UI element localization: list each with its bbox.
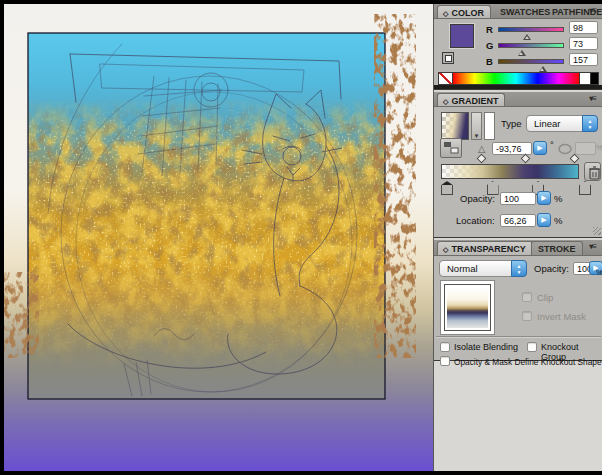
angle-field[interactable]: -93,76 bbox=[492, 142, 532, 155]
divider bbox=[436, 336, 601, 337]
gradient-midpoint[interactable] bbox=[569, 154, 579, 164]
clip-label: Clip bbox=[537, 292, 553, 303]
tab-swatches[interactable]: SWATCHES bbox=[500, 7, 550, 17]
illustrator-workspace: ◇COLOR SWATCHES PATHFINDE ▾≡ R 98 G 73 B bbox=[0, 0, 602, 475]
gradient-slider-bar[interactable] bbox=[441, 164, 579, 179]
location-stepper[interactable]: ▶ bbox=[537, 213, 551, 227]
panel-dock: ◇COLOR SWATCHES PATHFINDE ▾≡ R 98 G 73 B bbox=[433, 4, 602, 471]
degree-symbol: ° bbox=[550, 139, 554, 150]
opacity-label: Opacity: bbox=[460, 193, 495, 204]
gradient-panel: ◇GRADIENT ▾≡ ▼ Type Linear▲▼ △ -93,76 ▶ … bbox=[434, 92, 602, 237]
gradient-thumbnail[interactable] bbox=[441, 112, 469, 140]
green-value-field[interactable]: 73 bbox=[569, 37, 598, 50]
color-panel-tabbar: ◇COLOR SWATCHES PATHFINDE ▾≡ bbox=[434, 4, 602, 19]
red-slider-handle[interactable] bbox=[523, 34, 531, 40]
channel-label: G bbox=[486, 40, 493, 51]
gradient-type-dropdown[interactable]: Linear▲▼ bbox=[526, 115, 598, 132]
none-color-swatch[interactable] bbox=[439, 73, 453, 84]
transparency-panel-tabbar: ◇TRANSPARENCY STROKE ▾≡ bbox=[434, 240, 602, 256]
tab-gradient[interactable]: ◇GRADIENT bbox=[437, 93, 505, 106]
channel-label: R bbox=[486, 24, 493, 35]
spectrum-ramp[interactable] bbox=[453, 73, 579, 84]
clip-checkbox bbox=[522, 292, 532, 302]
green-slider-track[interactable] bbox=[498, 43, 564, 48]
knockout-group-checkbox[interactable] bbox=[527, 342, 537, 352]
gradient-midpoint[interactable] bbox=[476, 154, 486, 164]
angle-icon: △ bbox=[478, 143, 485, 154]
panel-menu-icon[interactable]: ▾≡ bbox=[585, 6, 600, 17]
percent-sign: % bbox=[596, 268, 602, 277]
gradient-opacity-stepper[interactable]: ▶ bbox=[537, 191, 551, 205]
gradient-stop-yellow[interactable] bbox=[441, 181, 453, 195]
knockout-shape-checkbox[interactable] bbox=[440, 356, 450, 366]
red-slider-track[interactable] bbox=[498, 27, 564, 32]
collapse-diamond-icon: ◇ bbox=[443, 10, 448, 17]
fill-color-swatch[interactable] bbox=[450, 24, 474, 48]
trash-icon bbox=[587, 164, 602, 181]
tab-transparency[interactable]: ◇TRANSPARENCY bbox=[437, 241, 533, 255]
channel-label: B bbox=[486, 56, 493, 67]
type-label: Type bbox=[501, 118, 522, 129]
dropdown-arrows-icon: ▲▼ bbox=[511, 260, 527, 277]
blue-slider-track[interactable] bbox=[498, 59, 564, 64]
object-thumbnail[interactable] bbox=[444, 284, 491, 331]
aspect-ratio-icon bbox=[558, 143, 573, 155]
window-frame-top bbox=[0, 0, 602, 4]
collapse-diamond-icon: ◇ bbox=[443, 246, 448, 253]
window-frame-left bbox=[0, 0, 4, 475]
percent-sign: % bbox=[554, 215, 562, 226]
location-field[interactable]: 66,26 bbox=[500, 214, 536, 227]
green-slider-handle[interactable] bbox=[518, 50, 526, 56]
blue-value-field[interactable]: 157 bbox=[569, 53, 598, 66]
tab-color[interactable]: ◇COLOR bbox=[437, 5, 491, 18]
white-swatch[interactable] bbox=[579, 73, 590, 84]
invert-mask-checkbox bbox=[522, 311, 532, 321]
gradient-panel-tabbar: ◇GRADIENT ▾≡ bbox=[434, 92, 602, 107]
knockout-shape-label: Opacity & Mask Define Knockout Shape bbox=[454, 357, 602, 367]
stroke-swatch-icon[interactable] bbox=[442, 52, 454, 64]
reverse-gradient-button[interactable] bbox=[440, 138, 462, 158]
red-value-field[interactable]: 98 bbox=[569, 21, 598, 34]
blend-mode-dropdown[interactable]: Normal▲▼ bbox=[439, 260, 527, 277]
dropdown-arrows-icon: ▲▼ bbox=[582, 115, 598, 132]
aspect-field bbox=[575, 142, 596, 155]
black-swatch[interactable] bbox=[590, 73, 598, 84]
panel-menu-icon[interactable]: ▾≡ bbox=[585, 242, 600, 253]
panel-menu-icon[interactable]: ▾≡ bbox=[585, 94, 600, 105]
gradient-preset-arrow[interactable]: ▼ bbox=[471, 112, 482, 140]
transparency-panel: ◇TRANSPARENCY STROKE ▾≡ Normal▲▼ Opacity… bbox=[434, 240, 602, 360]
collapse-diamond-icon: ◇ bbox=[443, 98, 448, 105]
isolate-blending-checkbox[interactable] bbox=[440, 342, 450, 352]
panel-base bbox=[434, 85, 602, 89]
panel-resize-grip[interactable] bbox=[593, 227, 601, 235]
gradient-opacity-field[interactable]: 100 bbox=[500, 192, 536, 205]
isolate-blending-label: Isolate Blending bbox=[454, 342, 518, 352]
opacity-label: Opacity: bbox=[534, 263, 569, 274]
invert-mask-label: Invert Mask bbox=[537, 311, 586, 322]
gold-texture bbox=[28, 33, 385, 399]
canvas-area[interactable] bbox=[4, 4, 433, 471]
stroke-gradient-box[interactable] bbox=[484, 112, 495, 140]
location-label: Location: bbox=[456, 215, 495, 226]
gradient-stop-teal[interactable] bbox=[579, 181, 591, 195]
artwork-image bbox=[4, 4, 433, 471]
color-panel: ◇COLOR SWATCHES PATHFINDE ▾≡ R 98 G 73 B bbox=[434, 4, 602, 89]
percent-sign: % bbox=[596, 143, 602, 152]
tab-stroke[interactable]: STROKE bbox=[531, 241, 583, 255]
window-frame-bottom bbox=[0, 471, 602, 475]
reverse-gradient-icon bbox=[441, 139, 461, 157]
delete-stop-button[interactable] bbox=[584, 162, 601, 181]
angle-stepper[interactable]: ▶ bbox=[533, 141, 547, 155]
percent-sign: % bbox=[554, 193, 562, 204]
gradient-midpoint[interactable] bbox=[520, 154, 530, 164]
color-spectrum-bar[interactable] bbox=[438, 72, 599, 85]
